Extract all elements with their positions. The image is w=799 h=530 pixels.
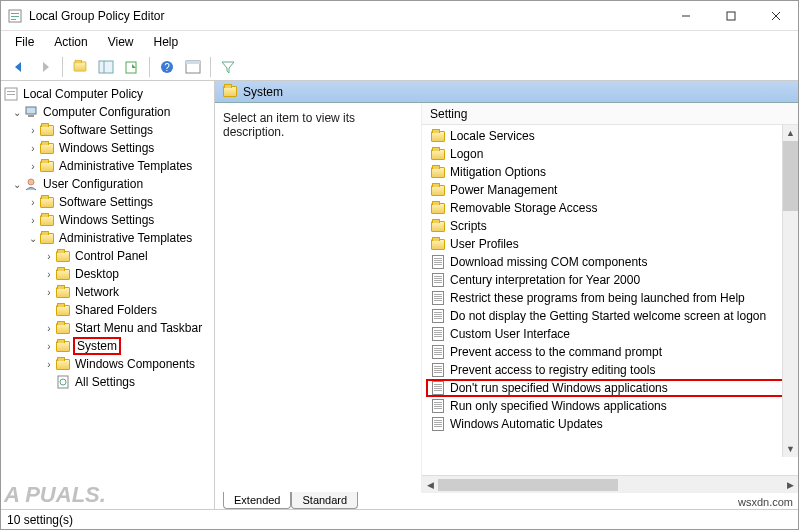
expand-icon[interactable]: › [27, 143, 39, 154]
menu-help[interactable]: Help [146, 33, 187, 51]
collapse-icon[interactable]: ⌄ [11, 179, 23, 190]
scroll-track[interactable] [438, 479, 782, 491]
user-icon [23, 176, 39, 192]
list-item-folder[interactable]: Mitigation Options [422, 163, 798, 181]
tree-item[interactable]: ›Software Settings [3, 193, 212, 211]
tree-item[interactable]: ›Administrative Templates [3, 157, 212, 175]
tree-item[interactable]: ›Windows Settings [3, 211, 212, 229]
scroll-thumb[interactable] [783, 141, 798, 211]
tree-root[interactable]: Local Computer Policy [3, 85, 212, 103]
expand-icon[interactable]: › [27, 161, 39, 172]
collapse-icon[interactable]: ⌄ [27, 233, 39, 244]
menu-action[interactable]: Action [46, 33, 95, 51]
folder-icon [55, 248, 71, 264]
list-item-setting[interactable]: Prevent access to registry editing tools [422, 361, 798, 379]
list-item-folder[interactable]: Power Management [422, 181, 798, 199]
tree-item[interactable]: All Settings [3, 373, 212, 391]
expand-icon[interactable]: › [43, 251, 55, 262]
properties-button[interactable] [181, 56, 205, 78]
tree-item[interactable]: ›Software Settings [3, 121, 212, 139]
scroll-thumb[interactable] [438, 479, 618, 491]
expand-icon[interactable]: › [43, 359, 55, 370]
forward-button[interactable] [33, 56, 57, 78]
tree-label: Network [73, 285, 121, 299]
tab-standard[interactable]: Standard [291, 492, 358, 509]
scroll-left-icon[interactable]: ◀ [422, 480, 438, 490]
list-label: Mitigation Options [450, 165, 546, 179]
list-item-setting[interactable]: Windows Automatic Updates [422, 415, 798, 433]
tree-item[interactable]: ›Windows Settings [3, 139, 212, 157]
tree-item[interactable]: ›Network [3, 283, 212, 301]
tree-system[interactable]: ›System [3, 337, 212, 355]
column-header-setting[interactable]: Setting [422, 103, 798, 125]
list-label: Do not display the Getting Started welco… [450, 309, 766, 323]
svg-rect-2 [11, 16, 19, 17]
list-item-setting[interactable]: Century interpretation for Year 2000 [422, 271, 798, 289]
up-folder-button[interactable] [68, 56, 92, 78]
separator [62, 57, 63, 77]
list-item-setting[interactable]: Prevent access to the command prompt [422, 343, 798, 361]
watermark: wsxdn.com [738, 496, 793, 508]
list-label: Power Management [450, 183, 557, 197]
tree-item[interactable]: ›Windows Components [3, 355, 212, 373]
tree-admin-templates[interactable]: ⌄Administrative Templates [3, 229, 212, 247]
list-label: Prevent access to registry editing tools [450, 363, 655, 377]
list-item-setting[interactable]: Run only specified Windows applications [422, 397, 798, 415]
back-button[interactable] [7, 56, 31, 78]
maximize-button[interactable] [708, 1, 753, 30]
expand-icon[interactable]: › [27, 197, 39, 208]
vertical-scrollbar[interactable]: ▲ ▼ [782, 125, 798, 457]
scroll-right-icon[interactable]: ▶ [782, 480, 798, 490]
setting-icon [430, 362, 446, 378]
list-item-setting[interactable]: Download missing COM components [422, 253, 798, 271]
tree-user-config[interactable]: ⌄ User Configuration [3, 175, 212, 193]
svg-rect-17 [7, 94, 15, 95]
list-item-folder[interactable]: Removable Storage Access [422, 199, 798, 217]
tree-label: Administrative Templates [57, 159, 194, 173]
list-item-folder[interactable]: User Profiles [422, 235, 798, 253]
expand-icon[interactable]: › [43, 269, 55, 280]
tree-computer-config[interactable]: ⌄ Computer Configuration [3, 103, 212, 121]
tab-extended[interactable]: Extended [223, 492, 291, 509]
expand-icon[interactable]: › [43, 287, 55, 298]
list-item-folder[interactable]: Locale Services [422, 127, 798, 145]
scroll-track[interactable] [783, 141, 798, 441]
list-item-setting[interactable]: Don't run specified Windows applications [426, 379, 792, 397]
list-item-folder[interactable]: Logon [422, 145, 798, 163]
folder-icon [39, 212, 55, 228]
tree-item[interactable]: ›Desktop [3, 265, 212, 283]
filter-button[interactable] [216, 56, 240, 78]
expand-icon[interactable]: › [27, 215, 39, 226]
list-item-folder[interactable]: Scripts [422, 217, 798, 235]
setting-icon [430, 416, 446, 432]
statusbar: 10 setting(s) [1, 509, 798, 529]
show-hide-tree-button[interactable] [94, 56, 118, 78]
help-button[interactable]: ? [155, 56, 179, 78]
expand-icon[interactable]: › [27, 125, 39, 136]
setting-icon [430, 308, 446, 324]
status-text: 10 setting(s) [7, 513, 73, 527]
folder-icon [39, 158, 55, 174]
description-text: Select an item to view its description. [223, 111, 413, 139]
export-button[interactable] [120, 56, 144, 78]
list-item-setting[interactable]: Custom User Interface [422, 325, 798, 343]
list-item-setting[interactable]: Do not display the Getting Started welco… [422, 307, 798, 325]
close-button[interactable] [753, 1, 798, 30]
folder-icon [430, 146, 446, 162]
expand-icon[interactable]: › [43, 323, 55, 334]
description-pane: Select an item to view its description. [215, 103, 421, 493]
collapse-icon[interactable]: ⌄ [11, 107, 23, 118]
minimize-button[interactable] [663, 1, 708, 30]
tree-item[interactable]: ›Control Panel [3, 247, 212, 265]
list-label: Locale Services [450, 129, 535, 143]
tree-item[interactable]: Shared Folders [3, 301, 212, 319]
expand-icon[interactable]: › [43, 341, 55, 352]
scroll-up-icon[interactable]: ▲ [783, 125, 798, 141]
svg-rect-14 [186, 61, 200, 64]
menu-file[interactable]: File [7, 33, 42, 51]
horizontal-scrollbar[interactable]: ◀ ▶ [422, 475, 798, 493]
scroll-down-icon[interactable]: ▼ [783, 441, 798, 457]
list-item-setting[interactable]: Restrict these programs from being launc… [422, 289, 798, 307]
menu-view[interactable]: View [100, 33, 142, 51]
tree-item[interactable]: ›Start Menu and Taskbar [3, 319, 212, 337]
